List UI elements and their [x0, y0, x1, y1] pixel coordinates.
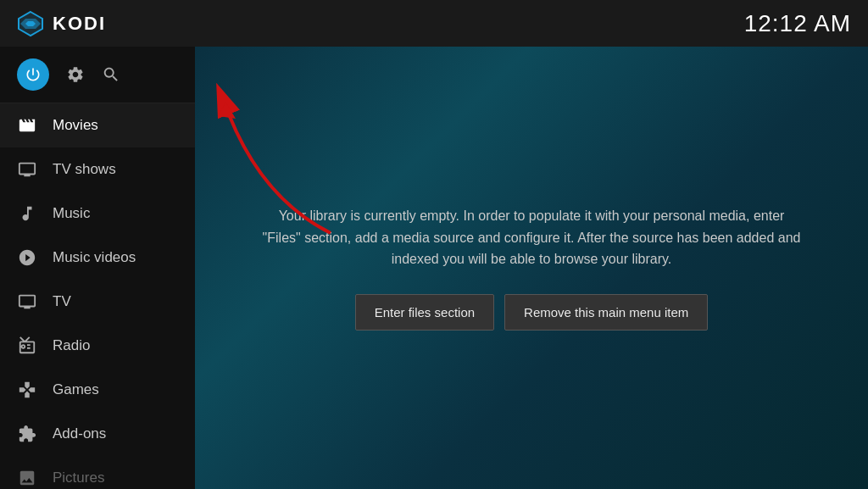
remove-menu-item-button[interactable]: Remove this main menu item: [504, 294, 708, 331]
sidebar-item-music[interactable]: Music: [0, 192, 195, 236]
pictures-icon: [17, 468, 37, 488]
settings-icon[interactable]: [66, 65, 85, 84]
sidebar-item-tv-shows[interactable]: TV shows: [0, 147, 195, 192]
radio-label: Radio: [53, 337, 90, 354]
top-bar: KODI 12:12 AM: [0, 0, 868, 47]
main-layout: Movies TV shows Music: [0, 47, 868, 489]
enter-files-section-button[interactable]: Enter files section: [355, 294, 494, 331]
empty-library-box: Your library is currently empty. In orde…: [243, 188, 820, 347]
movies-icon: [17, 115, 37, 136]
action-buttons: Enter files section Remove this main men…: [260, 294, 803, 331]
sidebar-item-movies[interactable]: Movies: [0, 103, 195, 147]
sidebar-item-pictures[interactable]: Pictures: [0, 456, 195, 489]
sidebar-menu: Movies TV shows Music: [0, 103, 195, 489]
add-ons-label: Add-ons: [53, 425, 106, 442]
power-icon: [25, 66, 42, 83]
sidebar-item-tv[interactable]: TV: [0, 280, 195, 324]
app-title: KODI: [53, 13, 106, 35]
movies-label: Movies: [53, 117, 98, 134]
sidebar-item-add-ons[interactable]: Add-ons: [0, 412, 195, 456]
add-ons-icon: [17, 424, 37, 444]
power-button[interactable]: [17, 58, 49, 91]
music-videos-label: Music videos: [53, 249, 136, 266]
pictures-label: Pictures: [53, 470, 104, 486]
kodi-logo-icon: [17, 10, 44, 37]
radio-icon: [17, 336, 37, 356]
sidebar-item-radio[interactable]: Radio: [0, 324, 195, 368]
music-icon: [17, 203, 37, 224]
tv-icon: [17, 292, 37, 312]
svg-marker-5: [219, 102, 236, 119]
search-icon[interactable]: [102, 65, 120, 84]
sidebar-item-music-videos[interactable]: Music videos: [0, 236, 195, 280]
tv-shows-label: TV shows: [53, 161, 116, 178]
sidebar: Movies TV shows Music: [0, 47, 195, 489]
empty-library-message: Your library is currently empty. In orde…: [260, 205, 803, 270]
music-label: Music: [53, 205, 90, 222]
games-icon: [17, 380, 37, 400]
games-label: Games: [53, 381, 99, 398]
tv-label: TV: [53, 293, 71, 310]
sidebar-icons-row: [0, 47, 195, 103]
music-videos-icon: [17, 247, 37, 268]
clock: 12:12 AM: [744, 10, 851, 37]
sidebar-item-games[interactable]: Games: [0, 368, 195, 412]
content-area: Your library is currently empty. In orde…: [195, 47, 868, 489]
tv-shows-icon: [17, 159, 37, 180]
app-logo-area: KODI: [17, 10, 106, 37]
